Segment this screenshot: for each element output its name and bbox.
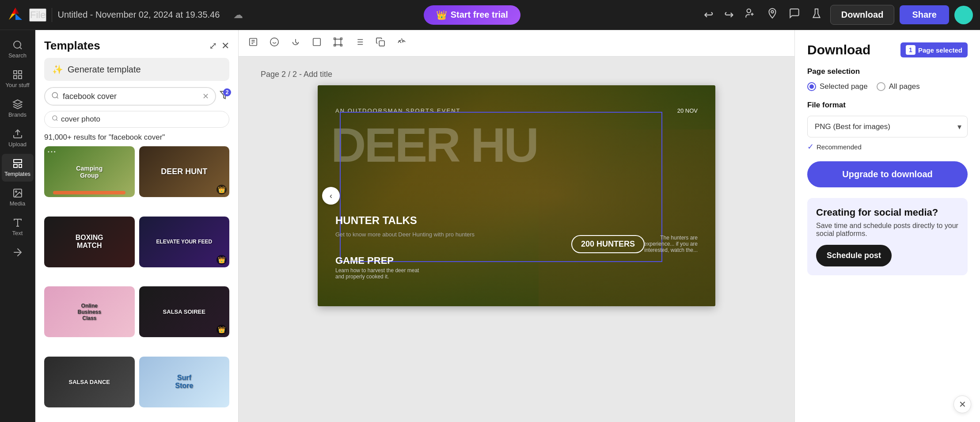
template-item-blackwhite[interactable]: SALSA DANCE xyxy=(44,357,135,407)
file-menu[interactable]: File xyxy=(29,8,46,22)
avatar[interactable] xyxy=(954,6,973,24)
svg-rect-33 xyxy=(335,39,341,45)
crown-badge: 👑 xyxy=(217,185,227,194)
download-panel-header: Download 1 Page selected xyxy=(807,42,968,57)
format-select-wrapper: PNG (Best for images) JPG PDF (Print) PD… xyxy=(807,116,968,137)
add-person-button[interactable] xyxy=(742,5,759,25)
social-cta-section: Creating for social media? Save time and… xyxy=(807,198,968,275)
canvas-tool-emoji[interactable] xyxy=(267,34,282,52)
canvas-tool-frame[interactable] xyxy=(330,34,346,52)
template-item-boxing[interactable]: BOXINGMATCH xyxy=(44,217,135,267)
chat-button[interactable] xyxy=(786,5,803,25)
templates-panel-actions: ⤢ ✕ xyxy=(209,40,229,52)
close-download-panel-button[interactable]: ✕ xyxy=(953,395,971,413)
template-item-salsa[interactable]: SALSA SOIREE 👑 xyxy=(139,286,230,337)
canvas-toolbar xyxy=(239,30,794,57)
template-item-deerhunt[interactable]: DEER HUNT 👑 xyxy=(139,146,230,197)
share-button[interactable]: Share xyxy=(900,5,949,24)
canvas-frame-wrapper: AN OUTDOORSMAN SPORTS EVENT 20 NOV DEER … xyxy=(318,85,715,306)
sidebar-item-search[interactable]: Search xyxy=(2,35,34,63)
svg-rect-13 xyxy=(14,76,17,79)
search-bar-container: ✕ 2 xyxy=(35,87,238,111)
svg-line-24 xyxy=(57,97,58,98)
location-button[interactable] xyxy=(764,5,781,25)
download-button[interactable]: Download xyxy=(830,5,895,25)
upgrade-to-download-button[interactable]: Upgrade to download xyxy=(807,161,968,187)
search-input[interactable] xyxy=(63,92,199,101)
template-item-elevate[interactable]: ELEVATE YOUR FEED 👑 xyxy=(139,217,230,267)
svg-rect-16 xyxy=(14,160,22,163)
svg-marker-4 xyxy=(15,8,19,14)
svg-rect-35 xyxy=(341,38,342,39)
radio-group: Selected page All pages xyxy=(807,82,968,91)
sidebar-text-label: Text xyxy=(12,230,23,236)
download-panel: Download 1 Page selected Page selection … xyxy=(794,30,980,422)
svg-point-8 xyxy=(771,11,773,13)
canvas-scroll[interactable]: Page 2 / 2 - Add title AN OUTDOORSMAN SP… xyxy=(239,57,794,422)
canvas-frame[interactable]: AN OUTDOORSMAN SPORTS EVENT 20 NOV DEER … xyxy=(318,85,715,306)
template-item-camping[interactable]: CampingGroup • • • xyxy=(44,146,135,197)
sidebar-search-label: Search xyxy=(8,52,27,59)
template-item-online[interactable]: OnlineBusinessClass xyxy=(44,286,135,337)
canvas-tool-shape[interactable] xyxy=(309,34,324,52)
search-small-icon xyxy=(52,115,58,124)
sidebar-item-templates[interactable]: Templates xyxy=(2,154,34,182)
filter-button[interactable]: 2 xyxy=(220,90,229,103)
close-panel-button[interactable]: ✕ xyxy=(221,40,229,52)
deer-hunter-talks: HUNTER TALKS xyxy=(335,214,417,227)
canvas-prev-page-button[interactable]: ‹ xyxy=(322,187,340,205)
radio-selected-page[interactable]: Selected page xyxy=(807,82,868,91)
search-clear-button[interactable]: ✕ xyxy=(202,91,209,101)
svg-rect-11 xyxy=(14,71,17,74)
file-format-label: File format xyxy=(807,101,968,110)
templates-grid: CampingGroup • • • DEER HUNT 👑 BOXINGMAT… xyxy=(35,146,238,422)
canvas-tool-copy[interactable] xyxy=(373,34,388,52)
deer-game-prep: GAME PREP xyxy=(335,255,394,266)
canvas-tool-translate[interactable] xyxy=(394,34,409,52)
redo-button[interactable]: ↪ xyxy=(722,5,737,24)
crown-badge-2: 👑 xyxy=(217,255,227,265)
check-icon: ✓ xyxy=(807,142,814,152)
file-format-select[interactable]: PNG (Best for images) JPG PDF (Print) PD… xyxy=(807,116,968,137)
recommended-badge: ✓ Recommended xyxy=(807,142,968,152)
social-cta-desc: Save time and schedule posts directly to… xyxy=(816,222,959,238)
radio-circle-selected xyxy=(807,82,816,91)
svg-point-5 xyxy=(747,9,751,13)
canvas-tool-select[interactable] xyxy=(246,34,261,52)
svg-point-26 xyxy=(53,116,57,120)
templates-panel-title: Templates xyxy=(44,39,100,53)
radio-circle-all xyxy=(877,82,885,91)
canvas-tool-vector[interactable] xyxy=(288,34,303,52)
expand-panel-button[interactable]: ⤢ xyxy=(209,40,217,52)
template-item-surf[interactable]: SurfStore xyxy=(139,357,230,407)
crown-icon: 👑 xyxy=(436,10,447,20)
cover-photo-tag[interactable]: cover photo xyxy=(44,111,229,128)
crown-badge-3: 👑 xyxy=(217,325,227,335)
download-panel-title: Download xyxy=(807,42,870,57)
sidebar-item-more[interactable] xyxy=(2,243,34,262)
page-selected-badge: 1 Page selected xyxy=(900,42,968,57)
generate-template-button[interactable]: ✨ Generate template xyxy=(44,58,229,81)
schedule-post-button[interactable]: Schedule post xyxy=(816,245,892,266)
start-trial-button[interactable]: 👑 Start free trial xyxy=(424,5,520,25)
svg-rect-34 xyxy=(334,38,336,39)
cloud-sync-icon: ☁ xyxy=(233,9,243,21)
sidebar-your-stuff-label: Your stuff xyxy=(5,82,29,88)
svg-line-27 xyxy=(56,119,57,121)
deer-200-hunters: 200 HUNTERS xyxy=(571,235,645,253)
sidebar-item-your-stuff[interactable]: Your stuff xyxy=(2,65,34,93)
svg-point-20 xyxy=(15,191,17,192)
svg-marker-2 xyxy=(9,14,15,20)
deer-big-text: DEER HU xyxy=(331,121,537,169)
experiment-button[interactable] xyxy=(808,5,825,25)
canvas-tool-list[interactable] xyxy=(352,34,367,52)
sidebar-item-media[interactable]: Media xyxy=(2,183,34,211)
sidebar-templates-label: Templates xyxy=(4,171,30,177)
undo-button[interactable]: ↩ xyxy=(701,5,716,24)
sidebar-item-brands[interactable]: Brands xyxy=(2,95,34,122)
deer-right-text: The hunters are experience... if you are… xyxy=(636,235,698,253)
sidebar-item-text[interactable]: Text xyxy=(2,213,34,241)
radio-all-pages[interactable]: All pages xyxy=(877,82,920,91)
sidebar-item-upload[interactable]: Upload xyxy=(2,124,34,152)
svg-rect-36 xyxy=(334,44,336,46)
